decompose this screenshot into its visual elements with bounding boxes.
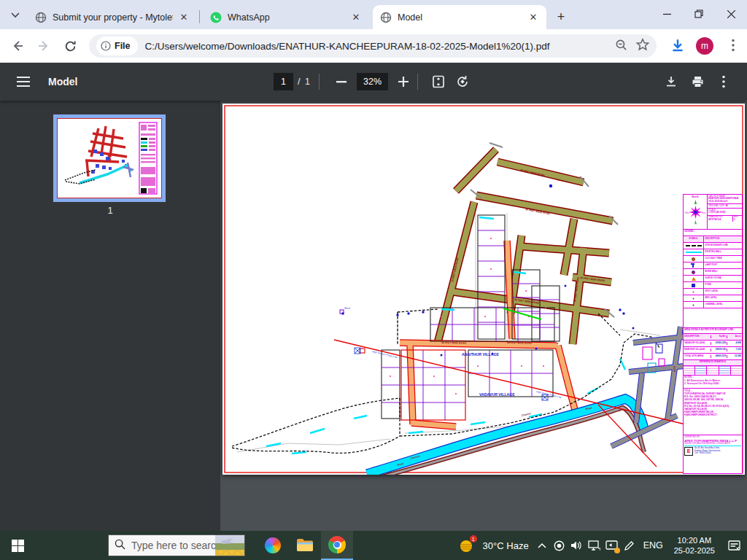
note-line: 2. Surveyed On 15th Sep 2024.	[684, 382, 741, 385]
close-icon[interactable]: ✕	[350, 12, 362, 23]
legend-item: EXISTING WALL	[704, 251, 742, 254]
pdf-menu-icon[interactable]	[12, 70, 35, 93]
close-window-button[interactable]	[715, 0, 747, 28]
legend-item: CHANNEL LEVEL	[704, 303, 742, 306]
legend-item: SURVEY STONE	[704, 277, 742, 280]
page-total: 1	[305, 77, 310, 87]
shed-label: Shed	[344, 307, 350, 310]
network-icon[interactable]	[586, 531, 603, 560]
legend-header-desc: DESCRIPTION	[704, 238, 742, 241]
toolbar-divider	[319, 74, 320, 90]
scale-value: 1:1000 (A0 SIZE)	[708, 211, 726, 214]
thumbnail-map	[58, 119, 161, 198]
tab-search-chevron-icon[interactable]	[6, 6, 25, 25]
legend-item: POND	[704, 284, 742, 287]
zoom-level-input[interactable]: 32%	[357, 73, 388, 90]
search-daily-image[interactable]	[215, 535, 244, 556]
start-button[interactable]	[0, 531, 35, 560]
compass-rose: West East	[684, 198, 707, 228]
clock-time: 10:20 AM	[674, 535, 715, 545]
forward-icon[interactable]	[34, 36, 54, 56]
tab-title: Submit your property - Mytolet	[53, 12, 173, 23]
globe-icon	[35, 12, 47, 23]
globe-icon	[380, 12, 392, 23]
search-icon	[115, 539, 125, 552]
tab-title: Model	[398, 12, 422, 23]
address-bar: File C:/Users/welcome/Downloads/ENATHUR-…	[0, 29, 747, 63]
close-icon[interactable]: ✕	[178, 12, 190, 23]
thumbnail-page-number: 1	[0, 205, 220, 216]
size-value: A0	[725, 204, 728, 207]
pen-icon[interactable]	[621, 531, 638, 560]
weather-badge: 1	[470, 535, 477, 542]
zoom-indicator-icon[interactable]	[615, 39, 627, 54]
volume-icon[interactable]	[568, 531, 586, 560]
copilot-icon[interactable]	[257, 531, 289, 560]
company-contact-line: No.48, Bus Stand Back Side,	[694, 447, 721, 449]
notification-center-icon[interactable]	[721, 531, 747, 560]
survey-map-drawing: 30 FEET WIDE ROAD 30 FEET WIDE ROAD 30 F…	[222, 104, 745, 475]
download-icon[interactable]	[670, 38, 686, 57]
company-contact-line: Cell : 98400 00000	[694, 452, 721, 454]
new-tab-button[interactable]: +	[551, 7, 570, 26]
fit-page-icon[interactable]	[427, 70, 450, 93]
tab-strip: Submit your property - Mytolet ✕ WhatsAp…	[0, 0, 747, 29]
cad-file-value: ENATHUR-KANCHEEPURAM-18-02-2025-Model1	[708, 197, 739, 203]
tray-chevron-icon[interactable]	[533, 531, 551, 560]
record-icon[interactable]	[551, 531, 568, 560]
area-row-sqm: 49630.519	[711, 355, 727, 358]
legend-header-symbol: SYMBOL	[684, 236, 704, 242]
pdf-toolbar: Model 1 / 1 32%	[0, 63, 747, 101]
share-screen-icon[interactable]	[603, 531, 621, 560]
legend-label: LEGEND:-	[684, 230, 742, 236]
area-row-name: TOTAL SITE AREA	[684, 355, 711, 358]
tab-model-active[interactable]: Model ✕	[373, 5, 546, 29]
file-explorer-icon[interactable]	[289, 531, 321, 560]
legend-item: LAMP POST	[704, 264, 742, 267]
weather-text[interactable]: 30°C Haze	[479, 540, 533, 551]
area-row-acres: 12.269	[727, 355, 742, 358]
tab-title: WhatsApp	[228, 12, 270, 23]
chrome-taskbar-icon[interactable]	[321, 531, 353, 560]
tab-mytolet[interactable]: Submit your property - Mytolet ✕	[28, 5, 197, 29]
weather-icon[interactable]: 1	[454, 531, 479, 560]
zoom-in-icon[interactable]	[392, 70, 415, 93]
area-header: Sq.Mtr	[711, 335, 727, 338]
pdf-download-icon[interactable]	[659, 70, 683, 93]
area-header: DESCRIPTION	[684, 335, 711, 338]
legend-item: SITE BOUNDARY LINE	[704, 244, 742, 247]
west-label: West	[685, 211, 689, 214]
minimize-button[interactable]	[651, 0, 683, 28]
taskbar-clock[interactable]: 10:20 AM 25-02-2025	[668, 535, 721, 556]
area-row-acres: 7.310	[727, 349, 742, 351]
omnibox[interactable]: File C:/Users/welcome/Downloads/ENATHUR-…	[89, 34, 657, 58]
rotate-icon[interactable]	[451, 70, 474, 93]
taskbar-search-input[interactable]: Type here to search	[108, 534, 245, 556]
page-thumbnail[interactable]	[53, 114, 166, 202]
reload-icon[interactable]	[60, 36, 80, 56]
zoom-out-icon[interactable]	[330, 70, 353, 93]
area-details-title: AREA DETAILS AS PER SITE BOUNDARY LINE:	[684, 327, 742, 334]
area-row-sqm: 20052.329	[711, 342, 727, 345]
pdf-viewer[interactable]: 30 FEET WIDE ROAD 30 FEET WIDE ROAD 30 F…	[220, 101, 747, 531]
tab-whatsapp[interactable]: WhatsApp ✕	[203, 5, 369, 29]
window-controls	[651, 0, 747, 28]
windows-taskbar: Type here to search 1 30°C Haze	[0, 531, 747, 560]
toolbar-divider	[417, 74, 418, 90]
print-icon[interactable]	[686, 70, 709, 93]
profile-avatar[interactable]: m	[696, 37, 713, 55]
pdf-more-icon[interactable]	[712, 70, 735, 93]
browser-menu-icon[interactable]	[727, 37, 740, 56]
back-icon[interactable]	[7, 36, 28, 56]
search-placeholder: Type here to search	[131, 540, 222, 551]
road-label: 30 FEET WIDE ROAD	[441, 341, 467, 345]
restore-button[interactable]	[683, 0, 715, 28]
legend-item: SPOT LEVEL	[704, 290, 742, 293]
bookmark-star-icon[interactable]	[636, 38, 649, 54]
page-number-input[interactable]: 1	[274, 73, 293, 90]
close-icon[interactable]: ✕	[527, 12, 539, 23]
drawing-no-value: APX/TM/104	[708, 218, 721, 221]
file-chip[interactable]: File	[96, 36, 138, 55]
language-indicator[interactable]: ENG	[638, 540, 668, 551]
notes-label: NOTES :-	[684, 376, 694, 378]
